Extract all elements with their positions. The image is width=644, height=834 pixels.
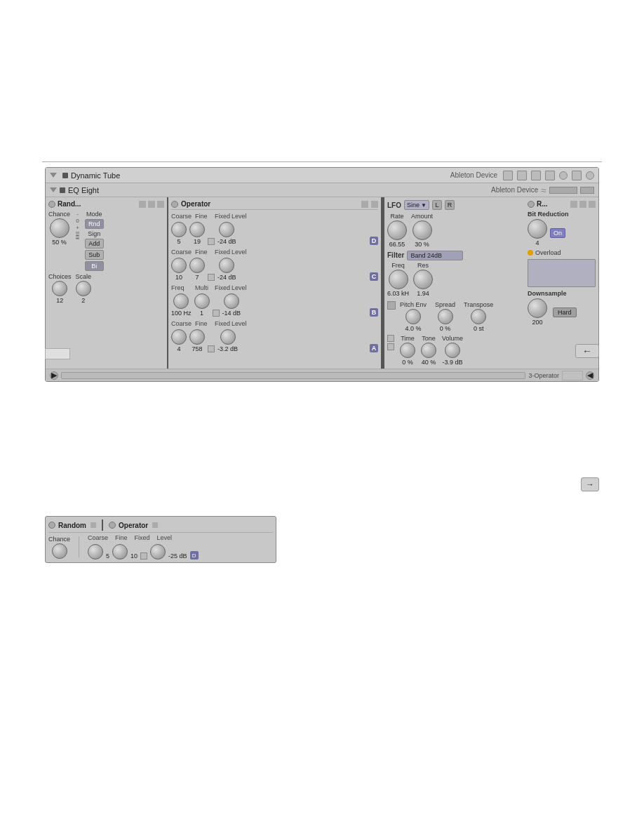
pitch-env-knob[interactable] <box>405 309 421 324</box>
header-fine-a: Fine <box>195 320 212 327</box>
lfo-waveform-arrow: ▼ <box>421 202 427 208</box>
op-a-letter[interactable]: A <box>370 344 378 352</box>
lfo-rate-knob[interactable] <box>387 220 407 240</box>
bit-reducer-icon-1[interactable] <box>570 201 577 208</box>
bottombar-scrollbar[interactable] <box>61 372 525 379</box>
op-icon-1[interactable] <box>361 201 368 208</box>
scrollbar-1[interactable] <box>549 187 577 194</box>
tone-knob[interactable] <box>421 343 436 358</box>
op-a-level-knob[interactable] <box>220 329 236 345</box>
small-chance-knob[interactable] <box>52 543 67 559</box>
nav-arrow-right[interactable]: → <box>581 477 599 491</box>
nav-arrow-left[interactable]: ← <box>575 344 599 358</box>
op-d-fine-knob[interactable] <box>189 222 205 237</box>
op-d-coarse-knob[interactable] <box>171 222 187 237</box>
topbar-item-dynamic-tube[interactable]: Dynamic Tube Ableton Device <box>62 171 497 180</box>
filter-freq-knob[interactable] <box>389 270 408 289</box>
transport-circle-1[interactable] <box>559 171 568 180</box>
op-icon-2[interactable] <box>371 201 378 208</box>
op-b-level-knob[interactable] <box>224 293 239 309</box>
downsample-knob[interactable] <box>528 298 547 318</box>
filter-type-select[interactable]: Band 24dB <box>407 251 463 260</box>
transport-circle-2[interactable] <box>586 171 594 180</box>
scrollbar-2[interactable] <box>580 187 594 194</box>
op-d-fixed-check[interactable] <box>208 238 215 245</box>
small-coarse-knob[interactable] <box>88 544 103 560</box>
mode-rnd-btn[interactable]: Rnd <box>85 219 104 229</box>
bit-on-btn[interactable]: On <box>550 228 565 238</box>
chain-bottombar: ▶ 3-Operator ◀ <box>46 369 598 381</box>
random-icon-3[interactable] <box>157 201 164 208</box>
transport-btn-4[interactable] <box>545 171 555 180</box>
choices-knob[interactable] <box>52 281 67 296</box>
op-c-letter[interactable]: C <box>370 272 378 281</box>
overload-row: Overload <box>528 249 596 256</box>
scale-knob[interactable] <box>76 281 91 296</box>
op-a-fixed-check[interactable] <box>208 345 215 352</box>
small-coarse-label: Coarse <box>88 534 108 541</box>
bit-reducer-power-btn[interactable] <box>528 201 535 208</box>
op-b-freq-knob[interactable] <box>173 293 189 309</box>
random-icon-1[interactable] <box>139 201 146 208</box>
bit-reduction-knob[interactable] <box>528 219 547 239</box>
small-random-icon[interactable] <box>90 522 96 528</box>
transport-btn-5[interactable] <box>572 171 582 180</box>
volume-knob[interactable] <box>445 343 460 358</box>
op-b-multi-val: 1 <box>200 310 203 317</box>
op-c-level-knob[interactable] <box>219 258 234 273</box>
spread-knob[interactable] <box>438 309 453 324</box>
small-operator-icon[interactable] <box>152 522 158 528</box>
op-c-fine-knob[interactable] <box>189 258 205 273</box>
bottombar-nav-btn[interactable]: ◀ <box>586 371 594 380</box>
lfo-amount-knob[interactable] <box>412 220 432 240</box>
operator-power-btn[interactable] <box>171 201 178 208</box>
lmm-bar-3 <box>76 232 79 234</box>
hard-btn[interactable]: Hard <box>553 307 577 317</box>
time-knob[interactable] <box>400 343 415 358</box>
small-fixed-check[interactable] <box>140 552 147 560</box>
small-fine-knob[interactable] <box>112 544 128 560</box>
op-b-letter[interactable]: B <box>370 308 378 317</box>
op-c-coarse-knob[interactable] <box>171 258 187 273</box>
time-btn-2[interactable] <box>387 343 394 350</box>
op-d-level-knob[interactable] <box>219 222 234 237</box>
small-random-power[interactable] <box>48 522 55 529</box>
random-icon-2[interactable] <box>148 201 155 208</box>
op-b-fixed-check[interactable] <box>213 310 220 317</box>
topbar-item-eq-eight[interactable]: EQ Eight Ableton Device <box>60 186 538 194</box>
sign-sub-btn[interactable]: Sub <box>85 250 104 260</box>
filter-res-knob[interactable] <box>413 270 433 289</box>
op-a-fine-knob[interactable] <box>189 329 205 345</box>
spread-val: 0 % <box>440 325 451 332</box>
op-b-multi-knob[interactable] <box>194 293 210 309</box>
fold-triangle-2[interactable] <box>50 187 57 192</box>
header-level: Level <box>232 213 253 220</box>
bottombar-play-btn[interactable]: ▶ <box>50 371 58 380</box>
transport-btn-1[interactable] <box>503 171 513 180</box>
lfo-mode-btn[interactable]: L <box>432 200 442 210</box>
transport-btn-2[interactable] <box>517 171 527 180</box>
filter-freq-label: Freq <box>391 262 405 269</box>
sign-bi-btn[interactable]: Bi <box>85 261 104 271</box>
time-btn-1[interactable] <box>387 335 394 342</box>
lfo-retrig-btn[interactable]: R <box>445 200 455 210</box>
chance-knob[interactable] <box>50 218 69 238</box>
transpose-knob[interactable] <box>471 309 486 324</box>
small-operator-power[interactable] <box>109 522 116 529</box>
fold-triangle[interactable] <box>50 173 57 178</box>
bit-reducer-icon-2[interactable] <box>579 201 586 208</box>
random-power-btn[interactable] <box>48 201 55 208</box>
op-a-coarse-knob[interactable] <box>171 329 187 345</box>
small-level-knob[interactable] <box>150 544 166 560</box>
small-op-d-letter[interactable]: D <box>190 551 199 560</box>
op-d-letter[interactable]: D <box>370 237 378 245</box>
op-c-fixed-check[interactable] <box>208 274 215 281</box>
lfo-waveform-select[interactable]: Sine ▼ <box>404 200 429 210</box>
bit-reducer-icon-3[interactable] <box>589 201 596 208</box>
chain-topbar-row1: Dynamic Tube Ableton Device <box>46 168 598 183</box>
transport-btn-3[interactable] <box>531 171 541 180</box>
tone-val: 40 % <box>422 359 436 366</box>
header-multi-b: Multi <box>195 284 212 291</box>
pitch-env-label: Pitch Env <box>400 301 427 308</box>
sign-add-btn[interactable]: Add <box>85 239 104 249</box>
